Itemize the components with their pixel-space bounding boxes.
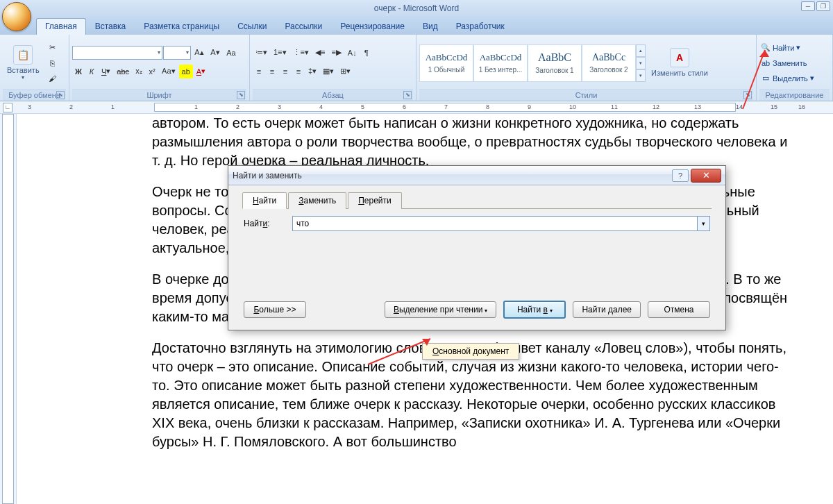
doc-paragraph: автором. То есть очерк может быть написа…: [152, 114, 791, 170]
decrease-indent-button[interactable]: ◀≡: [312, 46, 328, 60]
copy-button[interactable]: ⎘: [45, 56, 60, 70]
show-marks-button[interactable]: ¶: [360, 46, 373, 60]
find-in-main-document[interactable]: Основной документ: [432, 346, 509, 356]
paragraph-group-label: Абзац: [322, 91, 344, 99]
find-next-button[interactable]: Найти далее: [573, 301, 641, 318]
find-button[interactable]: 🔍Найти ▾: [759, 41, 802, 55]
change-styles-button[interactable]: A Изменить стили: [647, 47, 712, 78]
tab-home[interactable]: Главная: [36, 18, 86, 35]
subscript-button[interactable]: x₂: [133, 65, 145, 78]
font-color-button[interactable]: A▾: [194, 65, 208, 78]
dialog-title: Найти и заменить: [233, 171, 672, 180]
paste-button[interactable]: 📋 Вставить ▾: [3, 44, 44, 82]
font-family-combo[interactable]: [72, 46, 162, 60]
paste-icon: 📋: [13, 45, 33, 65]
font-size-combo[interactable]: [163, 46, 191, 60]
bold-button[interactable]: Ж: [72, 65, 85, 78]
tab-selector[interactable]: ∟: [3, 103, 12, 112]
more-button[interactable]: Больше >>: [244, 301, 306, 318]
format-painter-button[interactable]: 🖌: [45, 72, 60, 85]
tab-developer[interactable]: Разработчик: [447, 18, 514, 35]
multilevel-button[interactable]: ⋮≡▾: [290, 46, 312, 60]
underline-button[interactable]: Ч▾: [99, 65, 113, 78]
tab-mailings[interactable]: Рассылки: [276, 18, 331, 35]
horizontal-ruler[interactable]: ∟ 32112345678910111213141516: [0, 101, 833, 114]
sort-button[interactable]: A↓: [345, 46, 360, 60]
style-normal[interactable]: AaBbCcDd1 Обычный: [419, 44, 473, 82]
align-right-button[interactable]: ≡: [279, 65, 292, 78]
find-input[interactable]: [292, 216, 698, 231]
clipboard-launcher[interactable]: ⬊: [56, 91, 65, 99]
title-bar: очерк - Microsoft Word ─ ❐: [0, 0, 833, 17]
font-launcher[interactable]: ⬊: [237, 91, 245, 99]
reading-highlight-button[interactable]: Выделение при чтении▾: [385, 301, 496, 318]
clipboard-group-label: Буфер обмена: [8, 91, 60, 99]
highlight-button[interactable]: ab: [179, 65, 193, 78]
find-in-menu: Основной документ: [422, 343, 519, 360]
cancel-button[interactable]: Отмена: [648, 301, 710, 318]
style-scroll-down[interactable]: ▾: [636, 57, 646, 69]
line-spacing-button[interactable]: ‡▾: [305, 65, 319, 78]
dialog-tab-goto[interactable]: Перейти: [348, 192, 402, 209]
increase-indent-button[interactable]: ≡▶: [328, 46, 344, 60]
tab-review[interactable]: Рецензирование: [331, 18, 414, 35]
tab-references[interactable]: Ссылки: [228, 18, 276, 35]
select-icon: ▭: [761, 74, 771, 83]
dialog-close-button[interactable]: ✕: [691, 169, 721, 183]
minimize-button[interactable]: ─: [801, 1, 815, 11]
style-heading1[interactable]: AaBbCЗаголовок 1: [528, 44, 582, 82]
dialog-tab-find[interactable]: Найти: [242, 192, 287, 209]
italic-button[interactable]: К: [85, 65, 98, 78]
style-heading2[interactable]: AaBbCcЗаголовок 2: [582, 44, 636, 82]
editing-group-label: Редактирование: [766, 91, 824, 99]
borders-button[interactable]: ⊞▾: [337, 65, 353, 78]
find-replace-dialog: Найти и заменить ? ✕ Найти Заменить Пере…: [228, 165, 726, 330]
font-group-label: Шрифт: [146, 91, 171, 99]
find-history-dropdown[interactable]: ▾: [698, 216, 710, 231]
replace-button[interactable]: abЗаменить: [759, 56, 808, 70]
numbering-button[interactable]: 1≡▾: [271, 46, 289, 60]
cut-button[interactable]: ✂: [45, 41, 60, 55]
dialog-help-button[interactable]: ?: [672, 169, 689, 182]
restore-button[interactable]: ❐: [816, 1, 830, 11]
superscript-button[interactable]: x²: [146, 65, 158, 78]
tab-insert[interactable]: Вставка: [86, 18, 135, 35]
bullets-button[interactable]: ≔▾: [253, 46, 270, 60]
window-title: очерк - Microsoft Word: [374, 3, 459, 13]
ribbon: 📋 Вставить ▾ ✂ ⎘ 🖌 Буфер обмена⬊ A▴ A▾ A…: [0, 35, 833, 101]
style-expand[interactable]: ▾: [636, 69, 646, 82]
ribbon-tabs: Главная Вставка Разметка страницы Ссылки…: [0, 17, 833, 35]
style-gallery[interactable]: AaBbCcDd1 Обычный AaBbCcDd1 Без интер...…: [419, 44, 646, 82]
justify-button[interactable]: ≡: [292, 65, 305, 78]
styles-group-label: Стили: [575, 91, 598, 99]
dialog-tab-replace[interactable]: Заменить: [288, 192, 346, 209]
replace-icon: ab: [761, 58, 771, 68]
select-button[interactable]: ▭Выделить ▾: [759, 72, 816, 85]
grow-font-button[interactable]: A▴: [192, 46, 207, 60]
shading-button[interactable]: ▦▾: [320, 65, 337, 78]
clear-formatting-button[interactable]: Aa: [224, 46, 239, 60]
office-button[interactable]: [2, 2, 31, 31]
change-styles-icon: A: [670, 48, 689, 67]
dialog-tabs: Найти Заменить Перейти: [242, 192, 712, 209]
styles-launcher[interactable]: ⬊: [743, 91, 752, 99]
find-icon: 🔍: [761, 43, 771, 53]
find-label: Найти:: [244, 219, 285, 228]
change-case-button[interactable]: Aa▾: [159, 65, 178, 78]
style-no-spacing[interactable]: AaBbCcDd1 Без интер...: [473, 44, 528, 82]
align-center-button[interactable]: ≡: [266, 65, 278, 78]
style-scroll-up[interactable]: ▴: [636, 44, 646, 57]
find-in-button[interactable]: Найти в▾: [503, 301, 566, 319]
vertical-ruler[interactable]: [0, 114, 17, 504]
shrink-font-button[interactable]: A▾: [208, 46, 223, 60]
strike-button[interactable]: abc: [114, 65, 132, 78]
tab-view[interactable]: Вид: [414, 18, 447, 35]
dialog-titlebar[interactable]: Найти и заменить ? ✕: [228, 166, 725, 185]
paragraph-launcher[interactable]: ⬊: [403, 91, 412, 99]
tab-layout[interactable]: Разметка страницы: [135, 18, 228, 35]
align-left-button[interactable]: ≡: [253, 65, 265, 78]
